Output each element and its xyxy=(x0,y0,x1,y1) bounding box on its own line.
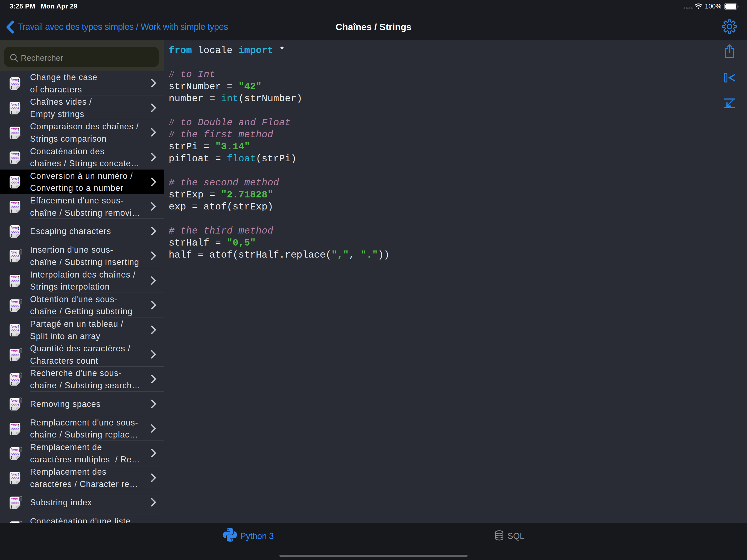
svg-text:}: } xyxy=(11,332,12,336)
svg-text:code: code xyxy=(11,279,19,283)
svg-text:func: func xyxy=(11,374,18,378)
svg-text:code: code xyxy=(11,304,19,308)
svg-text:}: } xyxy=(11,110,12,114)
svg-text:code: code xyxy=(11,180,19,184)
svg-text:}: } xyxy=(11,283,12,287)
svg-text:func{: func{ xyxy=(11,127,19,131)
svg-text:func: func xyxy=(11,300,18,304)
svg-text:}: } xyxy=(11,184,12,188)
svg-text:code: code xyxy=(11,156,19,160)
svg-text:}: } xyxy=(11,480,12,484)
svg-text:func: func xyxy=(11,349,18,353)
svg-text:func{: func{ xyxy=(11,103,19,106)
svg-text:code: code xyxy=(11,106,19,110)
svg-text:}: } xyxy=(11,209,12,213)
svg-text:func{: func{ xyxy=(11,201,19,205)
svg-text:}: } xyxy=(11,85,12,90)
svg-text:code: code xyxy=(11,403,19,406)
svg-text:code: code xyxy=(11,82,19,85)
svg-text:func: func xyxy=(11,497,18,501)
svg-text:}: } xyxy=(11,135,12,138)
svg-text:}: } xyxy=(11,406,12,410)
svg-text:func{: func{ xyxy=(11,152,19,156)
svg-text:code: code xyxy=(11,427,19,431)
svg-text:}: } xyxy=(11,308,12,311)
svg-text:code: code xyxy=(11,476,19,480)
svg-text:}: } xyxy=(11,160,12,163)
svg-text:}: } xyxy=(11,431,12,435)
svg-text:func: func xyxy=(11,251,18,254)
svg-text:code: code xyxy=(11,255,19,258)
svg-text:}: } xyxy=(11,357,12,361)
svg-text:code: code xyxy=(11,378,19,382)
svg-text:func: func xyxy=(11,399,18,403)
svg-text:}: } xyxy=(11,456,12,459)
svg-text:code: code xyxy=(11,452,19,456)
svg-text:code: code xyxy=(11,205,19,209)
svg-text:}: } xyxy=(11,233,12,237)
svg-text:func{: func{ xyxy=(11,78,19,82)
svg-text:func: func xyxy=(11,448,18,452)
svg-text:code: code xyxy=(11,501,19,505)
svg-text:}: } xyxy=(11,381,12,385)
svg-text:code: code xyxy=(11,353,19,357)
svg-text:func{: func{ xyxy=(11,275,19,279)
svg-text:func{: func{ xyxy=(11,325,19,328)
svg-text:func{: func{ xyxy=(11,177,19,180)
svg-text:func{: func{ xyxy=(11,226,19,230)
svg-text:func{: func{ xyxy=(11,473,19,476)
svg-text:code: code xyxy=(11,328,19,332)
svg-text:code: code xyxy=(11,131,19,135)
svg-text:code: code xyxy=(11,230,19,233)
svg-text:}: } xyxy=(11,505,12,509)
svg-text:func{: func{ xyxy=(11,423,19,427)
svg-text:}: } xyxy=(11,258,12,262)
